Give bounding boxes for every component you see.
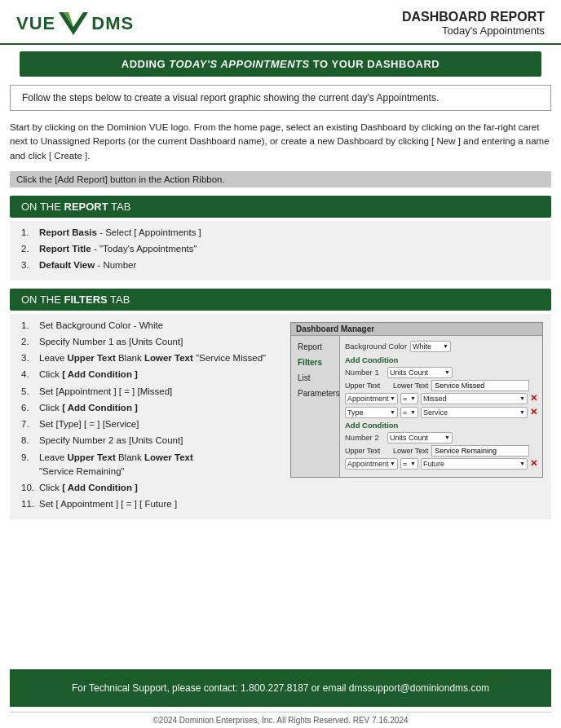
- condition1-value-select[interactable]: Missed ▼: [421, 393, 528, 404]
- info-text: Start by clicking on the Dominion VUE lo…: [10, 121, 551, 163]
- step-num: 7.: [21, 417, 39, 431]
- page: VUE DMS DASHBOARD REPORT Today's Appoint…: [0, 0, 561, 728]
- logo-vue: VUE: [16, 13, 55, 34]
- dm-sidebar: Report Filters List Parameters: [291, 336, 340, 477]
- section2-end: TAB: [108, 293, 130, 306]
- number1-label: Number 1: [345, 368, 384, 377]
- sidebar-item-filters[interactable]: Filters: [291, 355, 339, 370]
- sidebar-item-list[interactable]: List: [291, 370, 339, 386]
- bg-color-row: Background Color White ▼: [345, 341, 537, 352]
- dm-body: Report Filters List Parameters Backgroun…: [291, 336, 542, 477]
- step-num: 11.: [21, 497, 39, 511]
- logo-area: VUE DMS: [16, 12, 134, 35]
- footer-text: For Technical Support, please contact: 1…: [72, 682, 489, 694]
- upper-text-label-1: Upper Text: [345, 382, 390, 390]
- condition2-op-arrow-icon: ▼: [410, 409, 416, 415]
- step-item: 2. Specify Number 1 as [Units Count]: [21, 335, 307, 349]
- report-steps: 1. Report Basis - Select [ Appointments …: [10, 221, 551, 280]
- filters-tab-header: ON THE FILTERS TAB: [10, 289, 551, 311]
- step-text: Click [ Add Condition ]: [39, 401, 138, 415]
- step-num: 1.: [21, 319, 39, 333]
- report-tab-header: ON THE REPORT TAB: [10, 196, 551, 218]
- condition1-field-select[interactable]: Appointment ▼: [345, 393, 398, 404]
- step-item: 1. Report Basis - Select [ Appointments …: [21, 226, 540, 240]
- filters-steps-list: 1. Set Background Color - White 2. Speci…: [21, 319, 307, 512]
- header: VUE DMS DASHBOARD REPORT Today's Appoint…: [0, 0, 561, 45]
- step-text: Set [Type] [ = ] [Service]: [39, 417, 139, 431]
- step-num: 2.: [21, 242, 39, 256]
- step-num: 10.: [21, 481, 39, 495]
- step-text: Specify Number 2 as [Units Count]: [39, 434, 183, 448]
- condition1-value-arrow-icon: ▼: [519, 395, 525, 401]
- condition-row-1: Appointment ▼ = ▼ Missed ▼ ✕: [345, 393, 537, 404]
- logo-chevron-icon: [59, 12, 88, 35]
- condition2-remove-button[interactable]: ✕: [530, 407, 537, 417]
- add-condition-link-1[interactable]: Add Condition: [345, 355, 537, 364]
- condition3-field-select[interactable]: Appointment ▼: [345, 458, 398, 470]
- lower-text-label-1: Lower Text: [393, 382, 428, 390]
- condition-row-3: Appointment ▼ = ▼ Future ▼ ✕: [345, 458, 537, 470]
- step-text: Set [Appointment ] [ = ] [Missed]: [39, 385, 172, 399]
- step-num: 6.: [21, 401, 39, 415]
- condition3-value-arrow-icon: ▼: [519, 461, 525, 466]
- footer: For Technical Support, please contact: 1…: [10, 669, 551, 707]
- add-condition-link-2[interactable]: Add Condition: [345, 421, 537, 430]
- step-num: 2.: [21, 335, 39, 349]
- step-num: 8.: [21, 434, 39, 448]
- condition3-value-select[interactable]: Future ▼: [421, 458, 528, 470]
- upper-lower-row-2: Upper Text Lower Text: [345, 445, 537, 457]
- bg-color-select[interactable]: White ▼: [410, 341, 451, 352]
- units-count-select-1[interactable]: Units Count ▼: [387, 367, 453, 378]
- condition2-value-select[interactable]: Service ▼: [421, 407, 528, 418]
- condition1-op-select[interactable]: = ▼: [400, 393, 418, 404]
- units-dropdown-arrow-icon-2: ▼: [444, 435, 450, 440]
- filters-steps-area: 1. Set Background Color - White 2. Speci…: [10, 314, 551, 519]
- section1-bold: REPORT: [64, 201, 108, 213]
- condition2-field-arrow-icon: ▼: [390, 409, 395, 415]
- step-item: 6. Click [ Add Condition ]: [21, 401, 307, 415]
- step-num: 9.: [21, 451, 39, 465]
- step-item: 8. Specify Number 2 as [Units Count]: [21, 434, 307, 448]
- step-text: Click [ Add Condition ]: [39, 368, 138, 382]
- condition3-remove-button[interactable]: ✕: [530, 458, 537, 469]
- separator: Click the [Add Report] button in the Act…: [10, 171, 551, 188]
- step-num: 5.: [21, 385, 39, 399]
- dashboard-manager-screenshot: Dashboard Manager Report Filters List Pa…: [290, 322, 543, 478]
- step-item: 5. Set [Appointment ] [ = ] [Missed]: [21, 385, 307, 399]
- condition1-remove-button[interactable]: ✕: [530, 393, 537, 404]
- sidebar-item-report[interactable]: Report: [291, 339, 339, 355]
- condition3-op-select[interactable]: = ▼: [400, 458, 418, 470]
- step-item: 1. Set Background Color - White: [21, 319, 307, 333]
- section2-bold: FILTERS: [64, 293, 108, 306]
- condition3-field-arrow-icon: ▼: [390, 461, 395, 466]
- lower-text-label-2: Lower Text: [393, 447, 428, 455]
- step-item: 3. Default View - Number: [21, 258, 540, 272]
- copyright-text: ©2024 Dominion Enterprises, Inc. All Rig…: [152, 716, 408, 725]
- sidebar-item-parameters[interactable]: Parameters: [291, 386, 339, 401]
- section1-end: TAB: [108, 201, 131, 213]
- step-num: 1.: [21, 226, 39, 240]
- condition2-field-select[interactable]: Type ▼: [345, 407, 398, 418]
- page-banner: ADDING TODAY'S APPOINTMENTS TO YOUR DASH…: [20, 51, 541, 77]
- step-item: 3. Leave Upper Text Blank Lower Text "Se…: [21, 351, 307, 365]
- step-item: 2. Report Title - "Today's Appointments": [21, 242, 540, 256]
- upper-text-label-2: Upper Text: [345, 447, 390, 455]
- lower-text-input-1[interactable]: [431, 380, 529, 391]
- condition2-value-arrow-icon: ▼: [519, 409, 525, 415]
- copyright: ©2024 Dominion Enterprises, Inc. All Rig…: [10, 712, 551, 728]
- condition1-field-arrow-icon: ▼: [390, 395, 395, 401]
- step-text: Report Title - "Today's Appointments": [39, 242, 197, 256]
- section2-plain: ON THE: [21, 293, 64, 306]
- dm-main-content: Background Color White ▼ Add Condition N…: [340, 336, 542, 477]
- step-num: 3.: [21, 351, 39, 365]
- units-count-select-2[interactable]: Units Count ▼: [387, 432, 453, 443]
- bg-color-label: Background Color: [345, 342, 407, 351]
- report-title: DASHBOARD REPORT: [402, 10, 545, 24]
- step-text: Leave Upper Text Blank Lower Text "Servi…: [39, 351, 266, 365]
- report-subtitle: Today's Appointments: [402, 24, 545, 37]
- lower-text-input-2[interactable]: [431, 445, 529, 457]
- condition2-op-select[interactable]: = ▼: [400, 407, 418, 418]
- step-item: 4. Click [ Add Condition ]: [21, 368, 307, 382]
- header-title: DASHBOARD REPORT Today's Appointments: [402, 10, 545, 37]
- intro-text: Follow the steps below to create a visua…: [22, 92, 439, 104]
